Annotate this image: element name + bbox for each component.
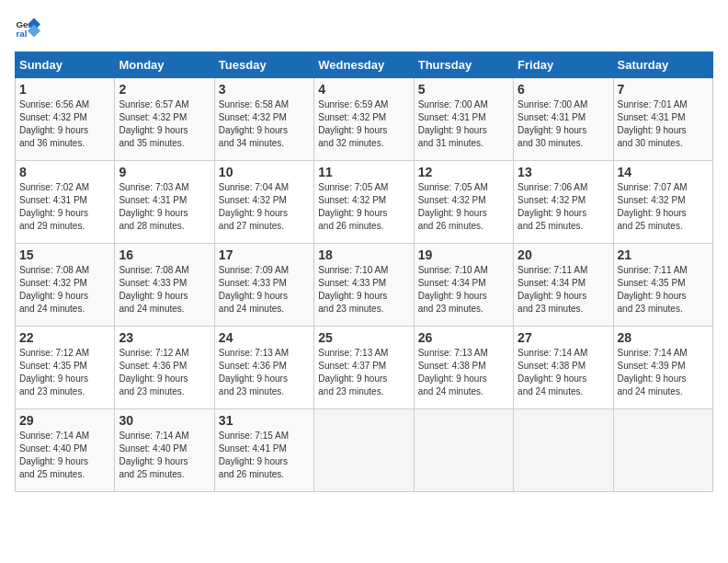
day-number: 15: [19, 247, 110, 262]
day-number: 27: [518, 330, 609, 345]
calendar-cell: 12Sunrise: 7:05 AM Sunset: 4:32 PM Dayli…: [414, 161, 513, 244]
calendar-cell: 16Sunrise: 7:08 AM Sunset: 4:33 PM Dayli…: [115, 244, 214, 327]
day-info: Sunrise: 7:05 AM Sunset: 4:32 PM Dayligh…: [318, 181, 409, 233]
day-number: 24: [219, 330, 310, 345]
day-info: Sunrise: 7:06 AM Sunset: 4:32 PM Dayligh…: [518, 181, 609, 233]
day-number: 10: [219, 165, 310, 179]
calendar-cell: 2Sunrise: 6:57 AM Sunset: 4:32 PM Daylig…: [115, 78, 214, 161]
day-number: 14: [618, 165, 709, 179]
day-info: Sunrise: 7:14 AM Sunset: 4:39 PM Dayligh…: [618, 347, 709, 398]
calendar-cell: 9Sunrise: 7:03 AM Sunset: 4:31 PM Daylig…: [115, 161, 214, 244]
calendar-cell: 3Sunrise: 6:58 AM Sunset: 4:32 PM Daylig…: [214, 78, 313, 161]
day-info: Sunrise: 7:14 AM Sunset: 4:40 PM Dayligh…: [19, 430, 110, 481]
calendar-cell: 31Sunrise: 7:15 AM Sunset: 4:41 PM Dayli…: [214, 409, 313, 492]
calendar-cell: 26Sunrise: 7:13 AM Sunset: 4:38 PM Dayli…: [414, 327, 513, 409]
day-number: 11: [318, 165, 409, 179]
calendar-cell: 21Sunrise: 7:11 AM Sunset: 4:35 PM Dayli…: [613, 244, 712, 327]
day-info: Sunrise: 7:12 AM Sunset: 4:35 PM Dayligh…: [19, 347, 110, 398]
day-number: 2: [119, 82, 210, 97]
day-number: 17: [219, 247, 310, 262]
day-info: Sunrise: 7:07 AM Sunset: 4:32 PM Dayligh…: [618, 181, 709, 233]
calendar-cell: 22Sunrise: 7:12 AM Sunset: 4:35 PM Dayli…: [16, 327, 115, 409]
calendar-row: 15Sunrise: 7:08 AM Sunset: 4:32 PM Dayli…: [16, 244, 713, 327]
calendar-row: 22Sunrise: 7:12 AM Sunset: 4:35 PM Dayli…: [16, 327, 713, 409]
calendar-cell: [314, 409, 414, 492]
logo: Gene ral: [15, 15, 44, 40]
weekday-header: Wednesday: [314, 52, 414, 78]
day-info: Sunrise: 7:08 AM Sunset: 4:33 PM Dayligh…: [119, 264, 210, 316]
day-number: 12: [418, 165, 509, 179]
day-info: Sunrise: 7:13 AM Sunset: 4:37 PM Dayligh…: [318, 347, 409, 398]
day-info: Sunrise: 7:15 AM Sunset: 4:41 PM Dayligh…: [219, 430, 310, 481]
calendar-cell: 23Sunrise: 7:12 AM Sunset: 4:36 PM Dayli…: [115, 327, 214, 409]
calendar-cell: 18Sunrise: 7:10 AM Sunset: 4:33 PM Dayli…: [314, 244, 414, 327]
calendar-row: 8Sunrise: 7:02 AM Sunset: 4:31 PM Daylig…: [16, 161, 713, 244]
weekday-header: Friday: [514, 52, 613, 78]
calendar-cell: [613, 409, 712, 492]
calendar-cell: 15Sunrise: 7:08 AM Sunset: 4:32 PM Dayli…: [16, 244, 115, 327]
logo-icon: Gene ral: [15, 15, 40, 40]
day-number: 18: [318, 247, 409, 262]
day-info: Sunrise: 7:10 AM Sunset: 4:33 PM Dayligh…: [318, 264, 409, 316]
day-info: Sunrise: 6:56 AM Sunset: 4:32 PM Dayligh…: [19, 98, 110, 150]
svg-text:ral: ral: [16, 29, 27, 39]
calendar-cell: [414, 409, 513, 492]
day-info: Sunrise: 7:05 AM Sunset: 4:32 PM Dayligh…: [418, 181, 509, 233]
day-info: Sunrise: 7:10 AM Sunset: 4:34 PM Dayligh…: [418, 264, 509, 316]
calendar-cell: 1Sunrise: 6:56 AM Sunset: 4:32 PM Daylig…: [16, 78, 115, 161]
weekday-header: Saturday: [613, 52, 712, 78]
day-info: Sunrise: 7:01 AM Sunset: 4:31 PM Dayligh…: [618, 98, 709, 150]
calendar-cell: 8Sunrise: 7:02 AM Sunset: 4:31 PM Daylig…: [16, 161, 115, 244]
calendar-cell: 7Sunrise: 7:01 AM Sunset: 4:31 PM Daylig…: [613, 78, 712, 161]
calendar-table: SundayMondayTuesdayWednesdayThursdayFrid…: [15, 52, 713, 492]
calendar-cell: 10Sunrise: 7:04 AM Sunset: 4:32 PM Dayli…: [214, 161, 313, 244]
calendar-cell: 5Sunrise: 7:00 AM Sunset: 4:31 PM Daylig…: [414, 78, 513, 161]
calendar-cell: 4Sunrise: 6:59 AM Sunset: 4:32 PM Daylig…: [314, 78, 414, 161]
day-number: 21: [618, 247, 709, 262]
day-info: Sunrise: 7:02 AM Sunset: 4:31 PM Dayligh…: [19, 181, 110, 233]
day-info: Sunrise: 7:09 AM Sunset: 4:33 PM Dayligh…: [219, 264, 310, 316]
day-number: 22: [19, 330, 110, 345]
day-number: 23: [119, 330, 210, 345]
day-number: 5: [418, 82, 509, 97]
day-info: Sunrise: 7:00 AM Sunset: 4:31 PM Dayligh…: [418, 98, 509, 150]
day-number: 16: [119, 247, 210, 262]
day-number: 30: [119, 413, 210, 428]
calendar-cell: 27Sunrise: 7:14 AM Sunset: 4:38 PM Dayli…: [514, 327, 613, 409]
calendar-cell: [514, 409, 613, 492]
calendar-cell: 30Sunrise: 7:14 AM Sunset: 4:40 PM Dayli…: [115, 409, 214, 492]
calendar-cell: 17Sunrise: 7:09 AM Sunset: 4:33 PM Dayli…: [214, 244, 313, 327]
day-number: 29: [19, 413, 110, 428]
day-number: 8: [19, 165, 110, 179]
day-info: Sunrise: 6:58 AM Sunset: 4:32 PM Dayligh…: [219, 98, 310, 150]
calendar-cell: 11Sunrise: 7:05 AM Sunset: 4:32 PM Dayli…: [314, 161, 414, 244]
day-info: Sunrise: 6:59 AM Sunset: 4:32 PM Dayligh…: [318, 98, 409, 150]
day-info: Sunrise: 7:14 AM Sunset: 4:40 PM Dayligh…: [119, 430, 210, 481]
calendar-cell: 29Sunrise: 7:14 AM Sunset: 4:40 PM Dayli…: [16, 409, 115, 492]
calendar-row: 1Sunrise: 6:56 AM Sunset: 4:32 PM Daylig…: [16, 78, 713, 161]
calendar-header: SundayMondayTuesdayWednesdayThursdayFrid…: [16, 52, 713, 78]
day-number: 28: [618, 330, 709, 345]
day-number: 31: [219, 413, 310, 428]
day-number: 7: [618, 82, 709, 97]
calendar-cell: 24Sunrise: 7:13 AM Sunset: 4:36 PM Dayli…: [214, 327, 313, 409]
weekday-header: Thursday: [414, 52, 513, 78]
day-info: Sunrise: 7:13 AM Sunset: 4:38 PM Dayligh…: [418, 347, 509, 398]
day-info: Sunrise: 7:11 AM Sunset: 4:34 PM Dayligh…: [518, 264, 609, 316]
day-info: Sunrise: 7:04 AM Sunset: 4:32 PM Dayligh…: [219, 181, 310, 233]
calendar-cell: 28Sunrise: 7:14 AM Sunset: 4:39 PM Dayli…: [613, 327, 712, 409]
calendar-row: 29Sunrise: 7:14 AM Sunset: 4:40 PM Dayli…: [16, 409, 713, 492]
calendar-cell: 14Sunrise: 7:07 AM Sunset: 4:32 PM Dayli…: [613, 161, 712, 244]
weekday-header: Sunday: [16, 52, 115, 78]
weekday-header: Monday: [115, 52, 214, 78]
day-number: 6: [518, 82, 609, 97]
day-number: 25: [318, 330, 409, 345]
page-header: Gene ral: [15, 15, 713, 40]
day-number: 26: [418, 330, 509, 345]
day-info: Sunrise: 7:00 AM Sunset: 4:31 PM Dayligh…: [518, 98, 609, 150]
calendar-body: 1Sunrise: 6:56 AM Sunset: 4:32 PM Daylig…: [16, 78, 713, 492]
day-info: Sunrise: 7:14 AM Sunset: 4:38 PM Dayligh…: [518, 347, 609, 398]
day-number: 13: [518, 165, 609, 179]
day-info: Sunrise: 7:08 AM Sunset: 4:32 PM Dayligh…: [19, 264, 110, 316]
day-info: Sunrise: 7:13 AM Sunset: 4:36 PM Dayligh…: [219, 347, 310, 398]
